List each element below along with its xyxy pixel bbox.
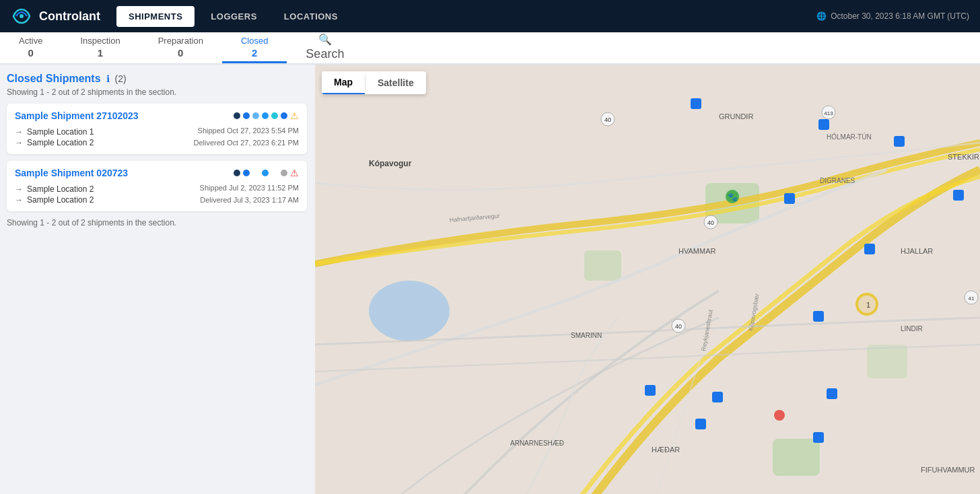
search-icon: 🔍 [318,33,332,46]
svg-text:HVAMMAR: HVAMMAR [678,247,715,255]
card1-shipped: Shipped Oct 27, 2023 5:54 PM [193,125,299,137]
svg-point-2 [369,281,450,341]
svg-text:FIFUHVAMMUR: FIFUHVAMMUR [921,466,975,474]
dot2-1 [234,170,240,176]
svg-point-0 [20,14,24,18]
dot-3 [252,112,259,119]
card1-to: Sample Location 2 [27,138,94,147]
svg-rect-31 [784,193,795,204]
svg-rect-26 [894,136,905,147]
card2-to-row: → Sample Location 2 [15,195,200,205]
arrow-right-icon-3: → [15,184,23,194]
dot2-3 [262,170,269,176]
tab-inspection-label: Inspection [80,36,120,46]
dot2-4 [281,170,287,176]
tab-search[interactable]: 🔍 Search [287,32,363,63]
map-btn[interactable]: Map [322,71,365,94]
svg-text:🐾: 🐾 [728,192,738,202]
tab-preparation-count: 0 [178,47,183,59]
arrow-right-icon-1: → [15,127,23,137]
card1-delivered: Delivered Oct 27, 2023 6:21 PM [193,137,299,149]
map-controls: Map Satellite [322,71,426,94]
card1-from-row: → Sample Location 1 [15,127,193,137]
card1-bottom: → Sample Location 1 → Sample Location 2 … [15,125,299,149]
section-title: Closed Shipments [7,73,101,85]
locations-nav-btn[interactable]: LOCATIONS [273,7,349,26]
card2-title[interactable]: Sample Shipment 020723 [15,168,128,178]
card2-from-row: → Sample Location 2 [15,184,200,194]
svg-rect-40 [813,432,824,443]
card2-header: Sample Shipment 020723 ⚠ [15,168,299,178]
svg-rect-38 [712,392,723,402]
svg-point-43 [774,410,785,421]
warning-icon-1: ⚠ [290,110,299,121]
svg-text:Kópavogur: Kópavogur [369,159,412,168]
dot-4 [262,112,269,119]
card1-to-row: → Sample Location 2 [15,138,193,147]
dot-6 [281,112,287,119]
card1-dates: Shipped Oct 27, 2023 5:54 PM Delivered O… [193,125,299,149]
card1-header: Sample Shipment 27102023 ⚠ [15,110,299,121]
section-header: Closed Shipments ℹ (2) [7,73,307,85]
tab-active[interactable]: Active 0 [0,32,61,63]
card2-locations: → Sample Location 2 → Sample Location 2 [15,184,200,206]
controlant-logo-icon [11,5,32,27]
card2-from: Sample Location 2 [27,184,94,194]
tab-active-label: Active [19,36,42,46]
svg-rect-37 [645,385,656,396]
svg-text:413: 413 [824,110,833,116]
svg-text:GRUNDIR: GRUNDIR [719,112,753,120]
svg-rect-33 [864,244,875,254]
tab-closed[interactable]: Closed 2 [222,32,287,63]
tab-search-label: Search [306,47,344,61]
dot-5 [271,112,278,119]
svg-text:41: 41 [969,295,975,302]
svg-rect-39 [695,419,706,429]
svg-rect-5 [773,439,820,476]
card2-dates: Shipped Jul 2, 2023 11:52 PM Delivered J… [200,182,299,206]
tab-inspection[interactable]: Inspection 1 [61,32,139,63]
loggers-nav-btn[interactable]: LOGGERS [200,7,268,26]
card1-from: Sample Location 1 [27,127,94,137]
svg-rect-24 [691,98,701,109]
svg-text:ARNARNESHÆÐ: ARNARNESHÆÐ [510,439,564,447]
section-count: (2) [115,73,127,84]
svg-rect-25 [818,119,829,130]
svg-text:STEKKIR: STEKKIR [948,153,979,161]
card1-title[interactable]: Sample Shipment 27102023 [15,110,139,121]
tabbar: Active 0 Inspection 1 Preparation 0 Clos… [0,32,980,65]
shipment-card-2: Sample Shipment 020723 ⚠ → Sample Locati… [7,161,307,211]
tab-closed-count: 2 [252,47,257,59]
card2-to: Sample Location 2 [27,195,94,205]
card1-locations: → Sample Location 1 → Sample Location 2 [15,127,193,149]
card1-dots: ⚠ [234,110,299,121]
svg-text:HÆÐAR: HÆÐAR [652,446,680,454]
satellite-btn[interactable]: Satellite [365,71,426,94]
map-panel: Map Satellite [315,65,980,494]
logo-text: Controlant [39,9,100,24]
topnav: Controlant SHIPMENTS LOGGERS LOCATIONS 🌐… [0,0,980,32]
svg-rect-30 [953,190,964,201]
svg-text:40: 40 [675,323,682,330]
globe-icon: 🌐 [816,11,827,21]
svg-rect-36 [827,388,837,399]
card2-dots: ⚠ [234,168,299,178]
svg-text:40: 40 [604,116,611,123]
tab-inspection-count: 1 [98,47,103,59]
svg-rect-35 [813,311,824,322]
svg-text:1: 1 [866,302,870,309]
svg-rect-6 [584,250,621,281]
warning-icon-2: ⚠ [290,168,299,178]
card2-delivered: Delivered Jul 3, 2023 1:17 AM [200,195,299,207]
info-icon[interactable]: ℹ [106,73,110,84]
left-panel: Closed Shipments ℹ (2) Showing 1 - 2 out… [0,65,315,494]
dot-1 [234,112,240,119]
arrow-right-icon-4: → [15,195,23,205]
tab-preparation[interactable]: Preparation 0 [139,32,222,63]
svg-rect-4 [867,345,907,378]
map-svg: 1 Kópavogur GRUNDIR HÓLMAR-TÚN DIGRANES … [315,65,980,494]
showing-top: Showing 1 - 2 out of 2 shipments in the … [7,87,307,97]
card2-bottom: → Sample Location 2 → Sample Location 2 … [15,182,299,206]
tab-active-count: 0 [28,47,34,59]
shipments-nav-btn[interactable]: SHIPMENTS [116,6,195,27]
